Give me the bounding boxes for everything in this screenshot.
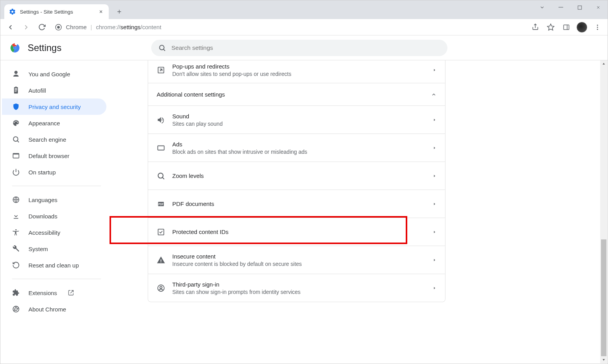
svg-rect-0 <box>559 7 563 7</box>
svg-rect-1 <box>578 5 581 9</box>
sidebar-item-reset[interactable]: Reset and clean up <box>2 257 106 273</box>
pdf-icon: PDF <box>157 200 172 208</box>
chevron-up-icon <box>431 92 437 97</box>
sidebar-item-languages[interactable]: Languages <box>2 192 106 208</box>
scroll-down-icon[interactable] <box>600 356 607 363</box>
power-icon <box>12 168 20 176</box>
titlebar: Settings - Site Settings <box>0 0 608 19</box>
row-popups[interactable]: Pop-ups and redirects Don't allow sites … <box>148 60 445 83</box>
row-title: Insecure content <box>172 253 433 260</box>
svg-point-15 <box>13 137 18 141</box>
svg-point-27 <box>160 286 162 288</box>
download-icon <box>12 212 20 220</box>
minimize-button[interactable] <box>551 0 570 14</box>
profile-avatar[interactable] <box>575 20 589 34</box>
row-insecure-content[interactable]: Insecure content Insecure content is blo… <box>148 246 445 274</box>
sidebar-item-label: About Chrome <box>28 306 66 313</box>
sidebar-item-appearance[interactable]: Appearance <box>2 115 106 131</box>
search-icon <box>12 135 20 143</box>
palette-icon <box>12 119 20 127</box>
sidebar-item-search-engine[interactable]: Search engine <box>2 131 106 148</box>
scrollbar-thumb[interactable] <box>601 239 606 356</box>
sidebar-item-privacy-security[interactable]: Privacy and security <box>2 98 106 115</box>
origin-label: Chrome <box>66 24 87 30</box>
content-area: Pop-ups and redirects Don't allow sites … <box>110 60 608 364</box>
browser-tab[interactable]: Settings - Site Settings <box>4 4 109 19</box>
svg-point-13 <box>14 47 16 49</box>
svg-text:PDF: PDF <box>159 202 164 205</box>
sidebar-item-default-browser[interactable]: Default browser <box>2 148 106 164</box>
sidebar-item-label: Autofill <box>28 87 46 94</box>
page-title: Settings <box>28 42 62 53</box>
chrome-page-icon <box>55 24 62 31</box>
tab-search-button[interactable] <box>533 0 551 14</box>
window-controls <box>533 0 608 14</box>
content-panel: Pop-ups and redirects Don't allow sites … <box>148 60 445 302</box>
row-title: Pop-ups and redirects <box>172 63 433 70</box>
sidebar-item-label: Default browser <box>28 153 69 159</box>
sidebar-item-extensions[interactable]: Extensions <box>2 285 106 301</box>
menu-button[interactable] <box>590 20 604 34</box>
svg-point-3 <box>57 26 60 28</box>
sidebar-item-label: Search engine <box>28 136 66 143</box>
svg-point-14 <box>159 45 164 50</box>
row-title: Third-party sign-in <box>172 281 433 288</box>
side-panel-button[interactable] <box>559 20 573 34</box>
chevron-right-icon <box>433 68 437 72</box>
clipboard-icon <box>12 86 20 94</box>
share-button[interactable] <box>528 20 542 34</box>
close-icon[interactable] <box>98 9 104 15</box>
sidebar-item-about-chrome[interactable]: About Chrome <box>2 301 106 317</box>
svg-point-22 <box>158 173 163 178</box>
browser-icon <box>12 152 20 160</box>
row-zoom[interactable]: Zoom levels <box>148 162 445 190</box>
svg-point-7 <box>597 25 598 26</box>
row-third-party-signin[interactable]: Third-party sign-in Sites can show sign-… <box>148 274 445 302</box>
back-button[interactable] <box>4 20 18 34</box>
row-subtitle: Don't allow sites to send pop-ups or use… <box>172 71 433 77</box>
sidebar-item-label: Reset and clean up <box>28 262 79 269</box>
row-ads[interactable]: Ads Block ads on sites that show intrusi… <box>148 134 445 162</box>
search-settings[interactable] <box>151 40 447 56</box>
row-subtitle: Insecure content is blocked by default o… <box>172 261 433 267</box>
forward-button[interactable] <box>19 20 33 34</box>
sidebar-item-label: You and Google <box>28 71 70 77</box>
chevron-right-icon <box>433 174 437 178</box>
section-title: Additional content settings <box>157 91 225 98</box>
ads-icon <box>157 144 172 152</box>
scrollbar[interactable] <box>600 60 607 363</box>
sidebar-item-you-and-google[interactable]: You and Google <box>2 66 106 82</box>
svg-point-8 <box>597 26 598 28</box>
row-pdf[interactable]: PDF PDF documents <box>148 190 445 218</box>
sidebar-item-on-startup[interactable]: On startup <box>2 164 106 180</box>
row-title: Zoom levels <box>172 172 433 179</box>
sidebar-item-label: Privacy and security <box>28 104 81 110</box>
sidebar-item-accessibility[interactable]: Accessibility <box>2 224 106 241</box>
bookmark-button[interactable] <box>544 20 558 34</box>
new-tab-button[interactable] <box>113 6 125 18</box>
search-input[interactable] <box>171 44 440 51</box>
close-window-button[interactable] <box>589 0 608 14</box>
svg-point-9 <box>597 28 598 30</box>
sidebar-item-system[interactable]: System <box>2 241 106 257</box>
sound-icon <box>157 116 172 124</box>
row-sound[interactable]: Sound Sites can play sound <box>148 106 445 134</box>
row-protected-content[interactable]: Protected content IDs <box>148 218 445 246</box>
reload-button[interactable] <box>35 20 49 34</box>
warning-icon <box>157 256 172 264</box>
popup-icon <box>157 66 172 74</box>
address-bar[interactable]: Chrome | chrome://settings/content <box>50 21 527 33</box>
scroll-up-icon[interactable] <box>600 60 607 67</box>
sidebar-item-label: On startup <box>28 169 56 176</box>
settings-sidebar: You and Google Autofill Privacy and secu… <box>0 60 110 364</box>
sidebar-item-downloads[interactable]: Downloads <box>2 208 106 224</box>
sidebar-item-label: Accessibility <box>28 229 60 236</box>
sidebar-item-label: Extensions <box>28 290 57 296</box>
section-additional-content[interactable]: Additional content settings <box>148 83 445 106</box>
sidebar-item-autofill[interactable]: Autofill <box>2 82 106 98</box>
chevron-right-icon <box>433 146 437 150</box>
sidebar-item-label: Downloads <box>28 213 57 220</box>
maximize-button[interactable] <box>570 0 589 14</box>
tab-title: Settings - Site Settings <box>20 9 94 15</box>
chevron-right-icon <box>433 230 437 234</box>
